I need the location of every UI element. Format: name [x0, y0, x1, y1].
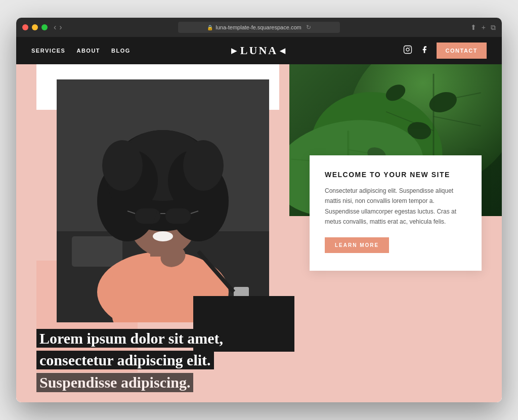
- nav-blog[interactable]: BLOG: [111, 48, 131, 54]
- url-text: luna-template-fe.squarespace.com: [215, 24, 301, 30]
- svg-rect-32: [135, 208, 160, 224]
- site-logo[interactable]: ▶ LUNA ◀: [231, 44, 287, 57]
- share-icon[interactable]: ⬆: [470, 23, 477, 31]
- maximize-dot[interactable]: [41, 24, 48, 30]
- welcome-title: WELCOME TO YOUR NEW SITE: [325, 171, 466, 179]
- svg-point-31: [183, 140, 224, 191]
- website-content: SERVICES ABOUT BLOG ▶ LUNA ◀: [16, 37, 502, 402]
- lorem-line-3-container: Suspendisse adipiscing.: [36, 372, 482, 392]
- refresh-icon[interactable]: ↻: [306, 24, 311, 31]
- nav-right: CONTACT: [403, 43, 487, 59]
- nav-about[interactable]: ABOUT: [76, 48, 100, 54]
- nav-left: SERVICES ABOUT BLOG: [31, 48, 131, 54]
- window-controls: [22, 24, 48, 30]
- welcome-card: WELCOME TO YOUR NEW SITE Consectetur adi…: [310, 155, 482, 271]
- svg-point-1: [406, 48, 409, 51]
- nav-services[interactable]: SERVICES: [31, 48, 65, 54]
- svg-rect-0: [404, 46, 411, 54]
- lorem-line-2: consectetur adipiscing elit.: [36, 350, 482, 370]
- lorem-heading-1: Lorem ipsum dolor sit amet,: [36, 329, 226, 348]
- mac-window: ‹ › 🔒 luna-template-fe.squarespace.com ↻…: [16, 18, 502, 402]
- svg-rect-39: [234, 287, 249, 297]
- title-bar: ‹ › 🔒 luna-template-fe.squarespace.com ↻…: [16, 18, 502, 37]
- logo-arrow-right: ◀: [280, 47, 287, 55]
- site-nav: SERVICES ABOUT BLOG ▶ LUNA ◀: [16, 37, 502, 64]
- svg-point-2: [409, 47, 410, 48]
- lorem-heading-2: consectetur adipiscing elit.: [36, 351, 214, 369]
- site-main: WELCOME TO YOUR NEW SITE Consectetur adi…: [16, 64, 502, 402]
- facebook-icon[interactable]: [420, 45, 428, 56]
- svg-rect-19: [72, 236, 122, 267]
- instagram-icon[interactable]: [403, 45, 412, 56]
- minimize-dot[interactable]: [32, 24, 38, 30]
- back-icon[interactable]: ‹: [54, 23, 56, 32]
- svg-point-37: [153, 231, 173, 241]
- title-bar-actions: ⬆ + ⧉: [470, 23, 496, 32]
- address-bar[interactable]: 🔒 luna-template-fe.squarespace.com ↻: [178, 22, 340, 33]
- bottom-text-area: Lorem ipsum dolor sit amet, consectetur …: [36, 328, 482, 392]
- forward-icon[interactable]: ›: [59, 23, 62, 32]
- photo-placeholder: [57, 79, 269, 322]
- lock-icon: 🔒: [207, 25, 213, 30]
- title-bar-nav: ‹ ›: [54, 23, 62, 32]
- main-photo: [57, 79, 269, 322]
- lorem-sub-text: Suspendisse adipiscing.: [36, 373, 193, 392]
- new-tab-icon[interactable]: +: [482, 23, 486, 31]
- logo-arrow-left: ▶: [231, 47, 238, 55]
- logo-name: LUNA: [240, 44, 278, 57]
- tabs-icon[interactable]: ⧉: [491, 23, 496, 32]
- svg-rect-33: [165, 208, 191, 224]
- lorem-line-1: Lorem ipsum dolor sit amet,: [36, 328, 482, 348]
- svg-point-30: [102, 140, 143, 191]
- welcome-body: Consectetur adipiscing elit. Suspendisse…: [325, 186, 466, 227]
- close-dot[interactable]: [22, 24, 28, 30]
- learn-more-button[interactable]: LEARN MORE: [325, 237, 389, 253]
- contact-button[interactable]: CONTACT: [437, 43, 487, 59]
